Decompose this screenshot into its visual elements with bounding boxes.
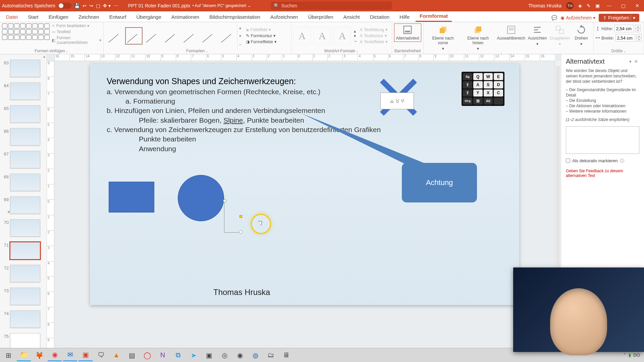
tab-design[interactable]: Entwurf (105, 12, 130, 22)
pane-options-icon[interactable]: ▾ (628, 59, 633, 64)
tab-view[interactable]: Ansicht (339, 12, 364, 22)
selection-pane[interactable]: Auswahlbereich (496, 23, 526, 52)
curve-mid-handle[interactable] (239, 215, 242, 218)
tb-vscode[interactable]: ⧉ (171, 349, 185, 361)
thumbnail-pane[interactable]: ▴ 63646566676869★707172737475 (0, 54, 47, 353)
minimize-button[interactable]: — (604, 3, 614, 8)
thumbnail-67[interactable]: 67 (0, 150, 47, 173)
tab-help[interactable]: Hilfe (395, 12, 414, 22)
tab-insert[interactable]: Einfügen (45, 12, 72, 22)
start-button[interactable]: ⊞ (1, 349, 15, 361)
pen-icon[interactable]: ✎ (587, 3, 591, 8)
shape-callout[interactable]: Achtung (402, 163, 477, 202)
thumbnail-71[interactable]: 71 (0, 241, 47, 264)
tab-record[interactable]: Aufzeichnen (266, 12, 302, 22)
shape-fill[interactable]: ◈ Fülleffekt ▾ (246, 27, 277, 32)
tb-explorer[interactable]: 📁 (17, 349, 31, 361)
text-fill[interactable]: A Textfüllung ▾ (360, 27, 388, 32)
tb-app-14[interactable]: ◉ (233, 349, 247, 361)
tab-transitions[interactable]: Übergänge (132, 12, 165, 22)
tb-firefox[interactable]: 🦊 (32, 349, 46, 361)
tb-app-07[interactable]: ▤ (125, 349, 139, 361)
rotate[interactable]: Drehen▾ (571, 23, 591, 52)
slide-canvas[interactable]: Verwendung von Shapes und Zeichenwerkzeu… (54, 61, 555, 353)
scroll-up-icon[interactable]: ▴ (0, 54, 47, 59)
tray-chevron-icon[interactable]: ˄ (624, 353, 626, 358)
tab-animations[interactable]: Animationen (167, 12, 203, 22)
gallery-down-icon[interactable]: ▾ (237, 32, 243, 40)
gallery-up-icon[interactable]: ▴ (237, 24, 243, 32)
tb-outlook[interactable]: ✉ (63, 349, 77, 361)
shape-style-gallery[interactable]: ▴▾⌄ (106, 24, 243, 48)
height-input[interactable] (614, 25, 634, 32)
slide[interactable]: Verwendung von Shapes und Zeichenwerkzeu… (90, 64, 519, 305)
save-icon[interactable]: 💾 (74, 3, 80, 8)
tray-battery-icon[interactable]: ▮ (629, 353, 631, 358)
alt-text-input[interactable] (566, 126, 639, 154)
saved-location[interactable]: • Auf "diesem PC" gespeichert ⌄ (192, 3, 251, 8)
diamond-icon[interactable]: ◈ (578, 3, 582, 8)
height-up[interactable]: ▴ (635, 25, 641, 28)
tb-app-17[interactable]: 🖥 (279, 349, 293, 361)
shape-circle[interactable] (178, 175, 224, 221)
shape-small-box[interactable]: ஃ ୪ ୧ (380, 93, 414, 109)
undo-icon[interactable]: ↩ (83, 3, 87, 8)
tab-dictation[interactable]: Dictation (366, 12, 393, 22)
tb-app-08[interactable]: ◯ (140, 349, 154, 361)
send-backward[interactable]: Ebene nach hinten▾ (460, 23, 496, 52)
shapes-gallery[interactable] (2, 23, 50, 45)
thumbnail-69[interactable]: 69★ (0, 196, 47, 219)
thumbnail-72[interactable]: 72 (0, 264, 47, 287)
autosave-toggle[interactable] (58, 3, 71, 9)
comments-icon[interactable]: 💬 (551, 15, 557, 20)
text-box[interactable]: ▭ Textfeld (52, 29, 101, 34)
height-down[interactable]: ▾ (635, 28, 641, 32)
alt-feedback-link[interactable]: Geben Sie Feedback zu diesem alternative… (566, 169, 639, 178)
shape-outline[interactable]: ✎ Formkontur ▾ (246, 33, 277, 38)
thumbnail-73[interactable]: 73 (0, 287, 47, 310)
tb-app-15[interactable]: ◍ (248, 349, 262, 361)
share-button[interactable]: ⇪ Freigeben▾ (599, 14, 639, 22)
thumbnail-63[interactable]: 63 (0, 59, 47, 82)
thumbnail-66[interactable]: 66 (0, 127, 47, 150)
thumbnail-74[interactable]: 74 (0, 310, 47, 333)
record-button[interactable]: ◉ Aufzeichnen ▾ (560, 15, 595, 20)
tb-chrome[interactable]: ◉ (48, 349, 62, 361)
tb-vlc[interactable]: ▲ (109, 349, 123, 361)
edit-shape[interactable]: ✧ Form bearbeiten ▾ (52, 23, 101, 28)
width-up[interactable]: ▴ (636, 34, 642, 38)
redo-icon[interactable]: ↪ (89, 3, 93, 8)
close-button[interactable]: ✕ (633, 3, 642, 9)
tab-draw[interactable]: Zeichnen (74, 12, 103, 22)
decorative-checkbox[interactable]: Als dekorativ markieren ⓘ (566, 158, 639, 164)
tb-powerpoint[interactable]: ▣ (78, 349, 93, 361)
tab-home[interactable]: Start (24, 12, 43, 22)
touch-mode-icon[interactable]: ✥ ▾ (103, 3, 111, 8)
tb-onenote[interactable]: N (156, 349, 170, 361)
tb-telegram[interactable]: ➤ (186, 349, 201, 361)
shape-curve-selected[interactable] (224, 200, 241, 233)
thumbnail-68[interactable]: 68 (0, 173, 47, 196)
tab-shape-format[interactable]: Formformat (416, 11, 452, 22)
text-outline[interactable]: A Textkontur ▾ (360, 33, 388, 38)
shape-rectangle[interactable] (109, 182, 154, 213)
user-avatar[interactable]: TH (566, 2, 574, 9)
from-beginning-icon[interactable]: ▢ (96, 3, 100, 8)
thumbnail-65[interactable]: 65 (0, 105, 47, 127)
text-effects[interactable]: A Texteffekte ▾ (360, 39, 388, 44)
width-input[interactable] (615, 34, 635, 42)
shape-effects[interactable]: ◑ Formeffekte ▾ (246, 39, 277, 44)
align[interactable]: Ausrichten▾ (527, 23, 548, 52)
tab-review[interactable]: Überprüfen (304, 12, 337, 22)
merge-shapes[interactable]: ◧ Formen zusammenführen ▾ (52, 36, 101, 45)
tray-clock[interactable]: DO (634, 353, 640, 358)
tb-app-16[interactable]: 🗂 (264, 349, 278, 361)
thumbnail-70[interactable]: 70 (0, 219, 47, 241)
pane-close-icon[interactable]: ✕ (633, 59, 639, 64)
window-layout-icon[interactable]: ▣ (595, 3, 600, 8)
tb-obs[interactable]: ◎ (217, 349, 231, 361)
tab-slideshow[interactable]: Bildschirmpräsentation (205, 12, 264, 22)
qat-more-icon[interactable]: ⋯ (113, 3, 118, 8)
maximize-button[interactable]: ▢ (619, 3, 628, 9)
share-dropdown-icon[interactable]: ▾ (631, 15, 635, 20)
